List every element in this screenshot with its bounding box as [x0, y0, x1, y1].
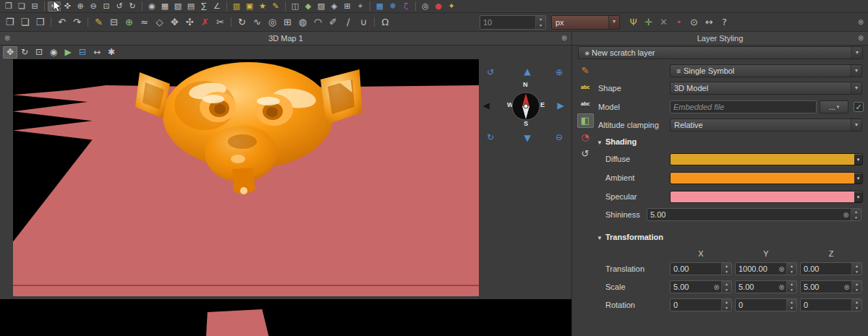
layer-styling-titlebar[interactable]: Layer Styling ⊗ [572, 32, 868, 46]
camera-pan-icon[interactable]: ✥ [3, 46, 17, 59]
labels-tab-icon[interactable]: abc [577, 80, 594, 95]
data-source-manager-icon[interactable]: ◫ [289, 1, 302, 12]
paste-features-icon[interactable]: ❒ [33, 15, 48, 29]
spin-arrows[interactable]: ▲▼ [535, 16, 545, 29]
tilt-down-icon[interactable]: ▼ [522, 132, 533, 144]
identify-3d-icon[interactable]: ◉ [46, 46, 61, 59]
specular-color-button[interactable]: ▾ [670, 191, 863, 203]
spin-arrows[interactable]: ▲▼ [721, 299, 731, 311]
symbology-tab-icon[interactable]: ✎ [577, 64, 594, 78]
scale-x-spinbox[interactable]: 5.00 ⊗ ▲▼ [670, 280, 732, 293]
clear-icon[interactable]: ⊗ [777, 265, 786, 273]
diagrams-tab-icon[interactable]: ◔ [577, 130, 594, 145]
processing-toolbox-icon[interactable]: ▦ [373, 1, 386, 12]
fill-ring-icon[interactable]: ◍ [295, 15, 310, 29]
tilt-up-icon[interactable]: ▲ [522, 66, 533, 77]
spin-arrows[interactable]: ▲▼ [851, 281, 861, 293]
spin-arrows[interactable]: ▲▼ [721, 281, 731, 293]
new-raster-layer-icon[interactable]: ▨ [315, 1, 328, 12]
map-3d-viewport[interactable] [13, 59, 479, 296]
identify-features-icon[interactable]: ◉ [145, 1, 158, 12]
add-point-feature-icon[interactable]: ⊕ [122, 15, 137, 29]
history-tab-icon[interactable]: ↺ [577, 147, 594, 161]
map-2d-viewport[interactable] [0, 299, 571, 336]
delete-selected-icon[interactable]: ✗ [197, 15, 213, 29]
altitude-clamping-combo[interactable]: Relative ▾ [670, 119, 862, 132]
spin-arrows[interactable]: ▲▼ [786, 299, 796, 311]
georeferencer-icon[interactable]: ⌖ [354, 1, 367, 12]
new-mesh-layer-icon[interactable]: ◈ [328, 1, 341, 12]
scale-spinbox[interactable]: 10 ▲▼ [480, 15, 546, 30]
pan-right-icon[interactable]: ▶ [555, 100, 566, 111]
scale-y-spinbox[interactable]: 5.00 ⊗ ▲▼ [735, 280, 797, 293]
simplify-feature-icon[interactable]: ∿ [250, 15, 265, 29]
chevron-down-icon[interactable]: ▾ [854, 173, 862, 184]
layer-selector-combo[interactable]: ∗ New scratch layer ▾ [578, 46, 863, 59]
configure-3d-icon[interactable]: ✱ [104, 46, 119, 59]
clear-icon[interactable]: ⊗ [712, 283, 721, 291]
rotate-feature-icon[interactable]: ↻ [234, 15, 250, 29]
rotate-ccw-icon[interactable]: ↺ [485, 66, 496, 78]
clear-icon[interactable]: ⊗ [777, 283, 786, 291]
spin-arrows[interactable]: ▲▼ [786, 263, 796, 275]
model-file-input[interactable] [670, 100, 817, 113]
osm-tools-icon[interactable]: ✦ [445, 1, 458, 12]
rotation-z-spinbox[interactable]: 0 ⊗ ▲▼ [800, 298, 862, 311]
select-features-icon[interactable]: ▦ [158, 1, 171, 12]
python-console-icon[interactable]: ζ [399, 1, 412, 12]
camera-rotate-icon[interactable]: ↻ [17, 46, 32, 59]
compass[interactable] [510, 90, 542, 122]
chevron-down-icon[interactable]: ▾ [854, 191, 862, 202]
stream-digitizing-icon[interactable]: Ψ [626, 15, 641, 29]
rotate-cw-icon[interactable]: ↻ [485, 132, 496, 143]
zoom-full-icon[interactable]: ⊡ [100, 1, 113, 12]
new-vector-layer-icon[interactable]: ◆ [302, 1, 315, 12]
plugin-search-icon[interactable]: ◎ [419, 1, 432, 12]
reshape-features-icon[interactable]: ✐ [326, 15, 341, 29]
add-line-feature-icon[interactable]: ≈ [137, 15, 152, 29]
clear-icon[interactable]: ⊗ [841, 211, 851, 219]
view-3d-tab-icon[interactable]: ◧ [577, 113, 594, 128]
toggle-editing-icon[interactable]: ✎ [91, 15, 106, 29]
split-features-icon[interactable]: ∕ [341, 15, 356, 29]
move-tool-icon[interactable]: ↔ [702, 15, 717, 29]
translation-x-spinbox[interactable]: 0.00 ⊗ ▲▼ [670, 262, 732, 275]
zoom-last-icon[interactable]: ↺ [113, 1, 126, 12]
zoom-next-icon[interactable]: ↻ [126, 1, 139, 12]
zoom-full-3d-icon[interactable]: ⊡ [32, 46, 46, 59]
tracing-dot-icon[interactable]: • [671, 15, 686, 29]
processing-model-icon[interactable]: ❄ [386, 1, 399, 12]
spin-arrows[interactable]: ▲▼ [721, 263, 731, 275]
spin-arrows[interactable]: ▲▼ [786, 281, 796, 293]
zoom-in-icon[interactable]: ⊕ [74, 1, 87, 12]
advanced-digitizing-icon[interactable]: ✛ [641, 15, 656, 29]
animations-3d-icon[interactable]: ▶ [61, 46, 75, 59]
close-panel-icon[interactable]: ⊗ [856, 34, 865, 43]
snapping-toggle-icon[interactable]: Ω [378, 15, 393, 29]
diffuse-color-button[interactable]: ▾ [670, 153, 863, 165]
shading-group-header[interactable]: ▼Shading [597, 137, 637, 146]
new-scratch-layer-icon[interactable]: ⊞ [341, 1, 354, 12]
masks-tab-icon[interactable]: abc [577, 97, 594, 111]
zoom-tool-icon[interactable]: ⊙ [686, 15, 702, 29]
shape-combo[interactable]: 3D Model ▾ [670, 82, 862, 95]
disabled-tool-icon[interactable]: ✕ [656, 15, 671, 29]
translation-z-spinbox[interactable]: 0.00 ⊗ ▲▼ [800, 262, 862, 275]
help-icon[interactable]: ? [717, 15, 732, 29]
add-part-icon[interactable]: ⊞ [280, 15, 295, 29]
new-print-layout-icon[interactable]: ▥ [230, 1, 243, 12]
open-project-icon[interactable]: ❒ [2, 1, 15, 12]
browse-model-button[interactable]: ... ▾ [820, 100, 848, 113]
spin-arrows[interactable]: ▲▼ [851, 263, 861, 275]
pan-left-icon[interactable]: ◀ [480, 100, 492, 111]
scale-z-spinbox[interactable]: 5.00 ⊗ ▲▼ [800, 280, 862, 293]
layout-manager-icon[interactable]: ▣ [243, 1, 256, 12]
zoom-in-icon[interactable]: ⊕ [553, 66, 565, 78]
unit-combo[interactable]: px ▾ [551, 15, 620, 30]
rotation-x-spinbox[interactable]: 0 ⊗ ▲▼ [670, 298, 732, 311]
undo-icon[interactable]: ↶ [54, 15, 69, 29]
ambient-color-button[interactable]: ▾ [670, 172, 863, 184]
zoom-out-icon[interactable]: ⊖ [553, 132, 565, 143]
save-layer-edits-icon[interactable]: ⊟ [106, 15, 122, 29]
model-enabled-checkbox[interactable]: ✓ [854, 102, 864, 112]
